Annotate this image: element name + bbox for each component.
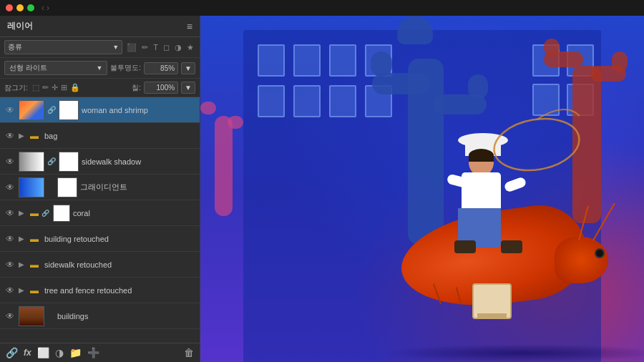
layer-thumbnail-gradient: [19, 177, 44, 197]
lock-row: 잠그기: ⬚ ✏ ✛ ⊞ 🔒 칠: 100% ▼: [0, 79, 200, 97]
fill-row: 칠: 100% ▼: [132, 82, 195, 94]
layer-effects-icon[interactable]: fx: [24, 348, 31, 358]
layer-thumbnail-shadow: [19, 152, 44, 172]
blend-mode-label: 선형 라이트: [9, 63, 47, 73]
lasso-rope: [472, 94, 587, 180]
visibility-icon[interactable]: 👁: [4, 311, 16, 321]
lock-move-icon[interactable]: ✛: [52, 83, 58, 92]
visibility-icon[interactable]: 👁: [4, 234, 16, 244]
blend-mode-chevron-icon: ▼: [96, 64, 102, 72]
create-group-icon[interactable]: 📁: [69, 347, 82, 358]
chevron-down-icon: ▼: [112, 44, 119, 51]
create-layer-icon[interactable]: ➕: [87, 347, 99, 358]
layer-chain-icon: 🔗: [47, 106, 56, 114]
maximize-button[interactable]: [27, 4, 34, 11]
layer-item-sidewalk-retouched[interactable]: 👁 ▶ ▬ sidewalk retouched: [0, 252, 200, 278]
layer-name: sidewalk shadow: [82, 157, 195, 166]
panel-header: 레이어 ≡: [0, 16, 200, 37]
layer-thumbnail-woman: [19, 100, 44, 120]
fill-input[interactable]: 100%: [144, 82, 178, 94]
panel-footer: 🔗 fx ⬜ ◑ 📁 ➕ 🗑: [0, 343, 200, 362]
folder-icon: ▬: [30, 260, 39, 270]
visibility-icon[interactable]: 👁: [4, 208, 16, 218]
layer-item-buildings[interactable]: 👁 buildings: [0, 303, 200, 329]
nav-chevrons: ‹ ›: [42, 3, 49, 13]
visibility-icon[interactable]: 👁: [4, 105, 16, 115]
expand-icon[interactable]: ▶: [19, 260, 27, 268]
left-coral: [200, 87, 243, 216]
opacity-input[interactable]: 85%: [144, 62, 178, 74]
lock-all-icon[interactable]: 🔒: [70, 83, 80, 92]
layers-list: 👁 🔗 woman and shrimp 👁 ▶ ▬ bag 👁 🔗 sidew…: [0, 97, 200, 343]
lock-label: 잠그기:: [4, 83, 28, 93]
layer-name: building retouched: [44, 235, 195, 243]
brush-filter-icon[interactable]: ✏: [140, 42, 150, 53]
layer-item-woman-and-shrimp[interactable]: 👁 🔗 woman and shrimp: [0, 97, 200, 123]
layer-item-sidewalk-shadow[interactable]: 👁 🔗 sidewalk shadow: [0, 149, 200, 175]
layer-name: woman and shrimp: [82, 106, 195, 114]
lock-artboard-icon[interactable]: ⊞: [61, 83, 67, 92]
layers-panel: 레이어 ≡ 종류 ▼ ⬛ ✏ T ◻ ◑ ★ 선형 라이트 ▼ 불투명도: 85…: [0, 16, 200, 362]
folder-icon: ▬: [30, 285, 39, 295]
layer-item-bag[interactable]: 👁 ▶ ▬ bag: [0, 123, 200, 149]
add-mask-icon[interactable]: ⬜: [37, 347, 49, 358]
layer-mask-thumbnail: [53, 205, 70, 222]
minimize-button[interactable]: [16, 4, 24, 11]
expand-icon[interactable]: ▶: [19, 286, 27, 294]
layer-chain-icon: 🔗: [42, 210, 50, 217]
add-adjustment-icon[interactable]: ◑: [55, 347, 64, 358]
layer-item-building-retouched[interactable]: 👁 ▶ ▬ building retouched: [0, 226, 200, 252]
layer-chain-icon: 🔗: [47, 157, 56, 165]
visibility-icon[interactable]: 👁: [4, 157, 16, 167]
filter-row: 종류 ▼ ⬛ ✏ T ◻ ◑ ★: [0, 37, 200, 58]
layer-name: bag: [44, 132, 195, 140]
link-layers-icon[interactable]: 🔗: [6, 347, 18, 358]
filter-label: 종류: [8, 42, 22, 52]
lock-paint-icon[interactable]: ✏: [42, 83, 49, 92]
layer-item-coral[interactable]: 👁 ▶ ▬ 🔗 coral: [0, 200, 200, 226]
lock-transparent-icon[interactable]: ⬚: [32, 83, 39, 92]
window-5: [258, 85, 285, 117]
expand-icon[interactable]: ▶: [19, 209, 27, 217]
visibility-icon[interactable]: 👁: [4, 285, 16, 295]
pixel-filter-icon[interactable]: ⬛: [125, 42, 138, 53]
filter-icons: ⬛ ✏ T ◻ ◑ ★: [125, 42, 195, 53]
chevron-left-icon: ‹: [42, 3, 44, 13]
svg-point-0: [490, 112, 583, 177]
layer-name: sidewalk retouched: [44, 260, 195, 269]
blend-mode-dropdown[interactable]: 선형 라이트 ▼: [4, 61, 107, 75]
folder-icon: ▬: [30, 208, 39, 218]
layer-item-gradient[interactable]: 👁 그래이디언트: [0, 175, 200, 200]
layer-name: tree and fence retouched: [44, 286, 195, 295]
expand-icon[interactable]: ▶: [19, 132, 27, 140]
fill-stepper[interactable]: ▼: [181, 82, 195, 94]
visibility-icon[interactable]: 👁: [4, 260, 16, 270]
layer-mask-thumbnail: [59, 100, 79, 120]
adjustment-filter-icon[interactable]: ◑: [173, 42, 183, 53]
layer-mask-thumbnail: [57, 177, 77, 197]
delete-layer-icon[interactable]: 🗑: [184, 347, 194, 358]
close-button[interactable]: [6, 4, 13, 11]
text-filter-icon[interactable]: T: [152, 42, 160, 52]
window-6: [293, 85, 321, 117]
layer-item-tree-fence[interactable]: 👁 ▶ ▬ tree and fence retouched: [0, 278, 200, 303]
fill-label: 칠:: [132, 83, 141, 93]
opacity-value: 85%: [160, 64, 175, 72]
traffic-lights: [6, 4, 34, 11]
visibility-icon[interactable]: 👁: [4, 131, 16, 141]
layer-name: 그래이디언트: [80, 182, 195, 192]
window-chrome: ‹ ›: [0, 0, 644, 16]
panel-menu-icon[interactable]: ≡: [187, 21, 192, 32]
layer-name: coral: [73, 209, 195, 217]
visibility-icon[interactable]: 👁: [4, 182, 16, 192]
lock-icons: ⬚ ✏ ✛ ⊞ 🔒: [32, 83, 80, 92]
opacity-label: 불투명도:: [110, 63, 141, 73]
chevron-right-icon: ›: [47, 3, 49, 13]
smart-filter-icon[interactable]: ★: [185, 42, 195, 53]
expand-icon[interactable]: ▶: [19, 235, 27, 243]
folder-icon: ▬: [30, 234, 39, 244]
filter-dropdown[interactable]: 종류 ▼: [4, 40, 122, 54]
opacity-stepper[interactable]: ▼: [181, 62, 195, 74]
shape-filter-icon[interactable]: ◻: [162, 42, 171, 53]
panel-title: 레이어: [7, 20, 33, 32]
